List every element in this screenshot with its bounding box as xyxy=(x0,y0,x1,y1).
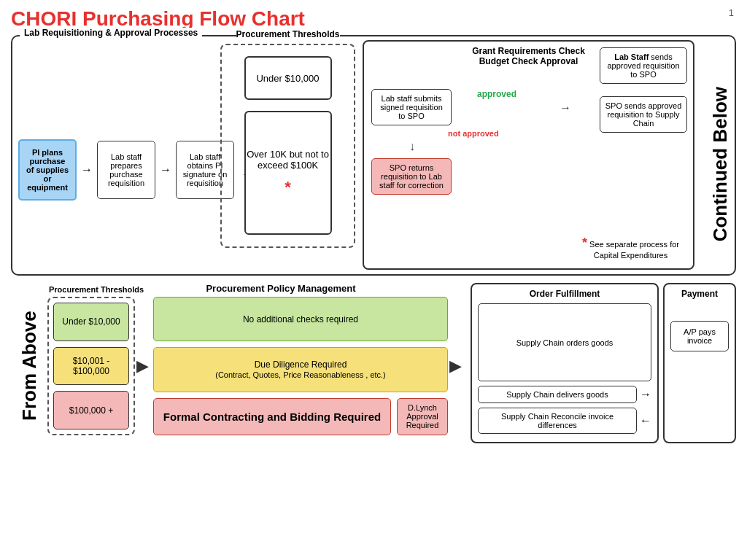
bottom-section: Procurement Policy Management From Above… xyxy=(11,283,736,443)
order-fulfillment: Order Fulfillment Supply Chain orders go… xyxy=(471,283,659,443)
payment-label: Payment xyxy=(670,289,729,299)
order-fulfillment-label: Order Fulfillment xyxy=(478,289,651,299)
star-note-text: See separate process for Capital Expendi… xyxy=(589,240,679,260)
sc-reconcile-box: Supply Chain Reconcile invoice differenc… xyxy=(478,408,637,434)
bottom-right: Order Fulfillment Supply Chain orders go… xyxy=(471,283,736,443)
spo-sends-box: SPO sends approved requisition to Supply… xyxy=(600,96,687,133)
proc-thresh-label-bot: Procurement Thresholds xyxy=(49,285,144,294)
arrow-delivers-right: → xyxy=(640,388,651,401)
continued-below-container: Continued Below xyxy=(702,73,738,255)
ap-pays-box: A/P pays invoice xyxy=(670,321,729,351)
star-note-star: * xyxy=(582,236,587,250)
lab-staff-sends-text: Lab Staff sends approved requisition to … xyxy=(607,52,679,79)
over-10k-text: Over 10K but not to exceed $100K xyxy=(246,149,330,171)
under-10k-top-box: Under $10,000 xyxy=(244,56,332,100)
fulfill-rows: Supply Chain orders goods Supply Chain d… xyxy=(478,303,651,434)
arrow-right-1: → xyxy=(81,163,93,176)
policy-over-100k: Formal Contracting and Bidding Required xyxy=(153,398,391,435)
dlynch-box: D.Lynch Approval Required xyxy=(397,398,448,435)
sc-reconcile-row: Supply Chain Reconcile invoice differenc… xyxy=(478,408,651,434)
thresh-over-100k: $100,000 + xyxy=(53,391,129,429)
page: 1 CHORI Purchasing Flow Chart Lab Requis… xyxy=(0,0,747,560)
arrow-to-policy: ▶ xyxy=(136,297,149,435)
arrow-not-approved-down: ↓ xyxy=(409,140,415,153)
policy-mid-text: Due Diligence Required(Contract, Quotes,… xyxy=(215,359,386,380)
capital-note: * See separate process for Capital Expen… xyxy=(574,236,687,260)
lab-req-label: Lab Requisitioning & Approval Processes xyxy=(20,28,202,38)
lab-staff-sends-box: Lab Staff sends approved requisition to … xyxy=(600,47,687,84)
lab-submits-box: Lab staff submits signed requisition to … xyxy=(371,89,452,125)
from-above-label: From Above xyxy=(11,297,47,435)
policy-rows: No additional checks required Due Dilige… xyxy=(153,297,448,435)
sc-delivers-box: Supply Chain delivers goods xyxy=(478,386,637,403)
procurement-top-dashed: Procurement Thresholds Under $10,000 Ove… xyxy=(220,44,355,248)
arrow-from-policy: ▶ xyxy=(449,297,462,435)
sc-delivers-row: Supply Chain delivers goods → xyxy=(478,386,651,403)
spo-returns-box: SPO returns requisition to Lab staff for… xyxy=(371,158,452,195)
pi-box: PI plans purchase of supplies or equipme… xyxy=(18,139,77,201)
star-asterisk: * xyxy=(285,178,291,196)
proc-policy-label: Procurement Policy Management xyxy=(98,283,463,294)
dashed-thresholds-bottom: Procurement Thresholds Under $10,000 $10… xyxy=(47,297,135,435)
pink-row-wrap: Formal Contracting and Bidding Required … xyxy=(153,398,448,435)
bottom-left: Procurement Policy Management From Above… xyxy=(11,283,463,443)
left-flow: PI plans purchase of supplies or equipme… xyxy=(18,71,253,268)
policy-under-10k: No additional checks required xyxy=(153,297,448,341)
arrow-approved: → xyxy=(560,101,571,114)
lab-staff-prepares-box: Lab staff prepares purchase requisition xyxy=(97,141,155,199)
top-section: Lab Requisitioning & Approval Processes … xyxy=(11,35,736,276)
thresh-mid-range: $10,001 - $100,000 xyxy=(53,347,129,386)
approved-label: approved xyxy=(477,89,516,99)
payment-section: Payment A/P pays invoice xyxy=(663,283,736,443)
page-number: 1 xyxy=(729,7,734,18)
over-10k-top-box: Over 10K but not to exceed $100K * xyxy=(244,111,332,235)
continued-below-text: Continued Below xyxy=(709,87,732,241)
bottom-left-inner: From Above Procurement Thresholds Under … xyxy=(11,297,463,435)
grant-requirements-box: Grant Requirements Check Budget Check Ap… xyxy=(363,40,694,270)
arrow-right-2: → xyxy=(160,163,171,176)
sc-orders-box: Supply Chain orders goods xyxy=(478,303,651,381)
arrow-reconcile-left: ← xyxy=(640,414,651,427)
proc-label-top: Procurement Thresholds xyxy=(236,29,339,39)
not-approved-label: not approved xyxy=(448,129,499,138)
policy-mid-range: Due Diligence Required(Contract, Quotes,… xyxy=(153,347,448,392)
thresh-under-10k: Under $10,000 xyxy=(53,303,129,341)
